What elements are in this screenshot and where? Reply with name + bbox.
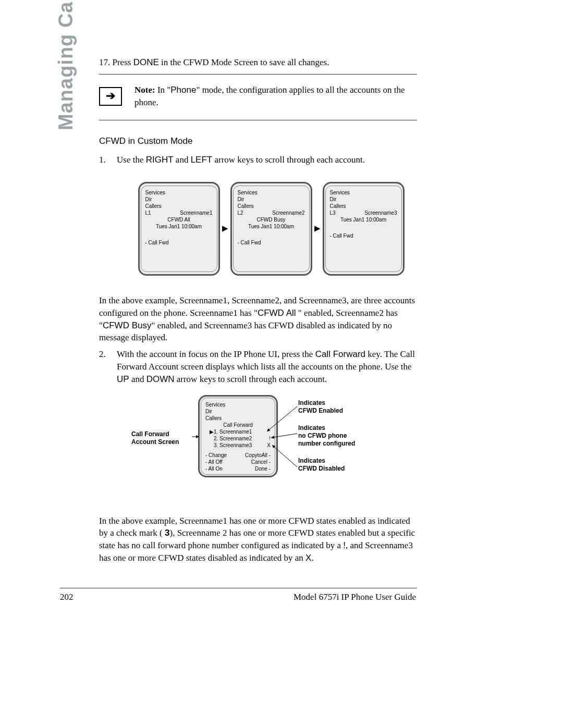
label-callers: Callers [145, 203, 213, 209]
key-call-forward: Call Forward [315, 349, 365, 359]
phone-screen-2: Services Dir Callers L2Screenname2 CFWD … [230, 182, 312, 276]
page-number: 202 [60, 592, 74, 602]
right-arrow-icon: ▶ [222, 182, 228, 276]
text: With the account in focus on the IP Phon… [117, 349, 315, 359]
term-cfwd-busy: CFWD Busy [103, 320, 152, 330]
label-line: L2 [238, 209, 243, 216]
text: In " [155, 85, 171, 95]
text: Account Screen [131, 438, 194, 446]
main-content: 17. Press DONE in the CFWD Mode Screen t… [99, 56, 417, 569]
label-no-cfwd-number: Indicates no CFWD phone number configure… [298, 424, 355, 448]
step-17: 17. Press DONE in the CFWD Mode Screen t… [99, 56, 417, 69]
label-screenname: Screenname3 [364, 209, 397, 216]
step-body: Use the RIGHT and LEFT arrow keys to scr… [117, 154, 417, 166]
phone-inner: Services Dir Callers L1Screenname1 CFWD … [141, 186, 217, 272]
label-dir: Dir [238, 196, 305, 203]
text: no CFWD phone [298, 432, 355, 440]
phone-screen-3: Services Dir Callers L3Screenname3 Tues … [323, 182, 405, 276]
text: Indicates [298, 399, 355, 407]
rule [99, 120, 417, 120]
row-screenname1: ▶1. Screenname1 [205, 428, 271, 435]
key-up: UP [117, 374, 129, 384]
label-callers: Callers [205, 415, 271, 422]
note-text: Note: In "Phone" mode, the configuration… [134, 84, 417, 109]
text: Use the [117, 155, 146, 165]
label-status: CFWD Busy [238, 216, 305, 223]
label-line: L3 [330, 209, 336, 216]
text: and [174, 155, 191, 165]
key-left: LEFT [191, 155, 213, 165]
phone-inner: Services Dir Callers L3Screenname3 Tues … [325, 186, 402, 272]
label-status: CFWD All [145, 216, 213, 223]
label-services: Services [205, 401, 271, 408]
key-done: DONE [133, 57, 159, 67]
text: number configured [298, 440, 355, 448]
label-screenname: Screenname1 [180, 209, 212, 216]
label-dir: Dir [205, 408, 271, 415]
step-number: 17. [99, 57, 110, 67]
label-dir: Dir [145, 196, 213, 203]
label-time: Tues Jan1 10:00am [145, 223, 213, 230]
screens-row: Services Dir Callers L1Screenname1 CFWD … [125, 182, 417, 276]
mark-x: X [267, 442, 271, 449]
text: arrow keys to scroll through each accoun… [212, 155, 365, 165]
mark-exclaim: ! [269, 435, 271, 442]
label-softkey: - Call Fwd [145, 239, 213, 246]
step-number: 2. [99, 348, 117, 385]
label-call-forward-account-screen: Call Forward Account Screen [131, 430, 194, 446]
paragraph-example-2: In the above example, Screenname1 has on… [99, 515, 417, 564]
softkey-cancel: Cancel - [251, 459, 271, 465]
text: CFWD Enabled [298, 407, 355, 415]
key-down: DOWN [146, 374, 175, 384]
step-1: 1. Use the RIGHT and LEFT arrow keys to … [99, 154, 417, 166]
text: Press [110, 57, 133, 67]
mark-check: 3 [165, 528, 169, 538]
label-screenname: Screenname2 [272, 209, 304, 216]
step-2: 2. With the account in focus on the IP P… [99, 348, 417, 385]
text: and [129, 374, 146, 384]
side-section-title: Managing Calls [55, 0, 77, 130]
label-services: Services [330, 189, 397, 196]
label-callers: Callers [330, 203, 397, 209]
account-screen-figure: Call Forward Account Screen Services Dir… [99, 395, 417, 494]
label-softkey: - Call Fwd [238, 239, 305, 246]
term-cfwd-all: CFWD All [258, 308, 296, 318]
label-softkey: - Call Fwd [330, 232, 397, 239]
account-phone: Services Dir Callers Call Forward ▶1. Sc… [198, 395, 278, 477]
label-line: L1 [145, 209, 151, 216]
label-cfwd-enabled: Indicates CFWD Enabled [298, 399, 355, 415]
label-callers: Callers [238, 203, 305, 209]
softkey-alloff: - All Off [205, 459, 223, 465]
label-time: Tues Jan1 10:00am [330, 216, 397, 223]
text: . [311, 553, 313, 563]
label-services: Services [145, 189, 213, 196]
rule [99, 74, 417, 75]
text: CFWD Disabled [298, 465, 355, 473]
softkey-done: Done - [255, 465, 271, 472]
key-right: RIGHT [146, 155, 174, 165]
label-time: Tues Jan1 10:00am [238, 223, 305, 230]
softkey-change: - Change [205, 452, 227, 459]
phone-screen-1: Services Dir Callers L1Screenname1 CFWD … [138, 182, 220, 276]
text: Indicates [298, 457, 355, 465]
mode-phone: Phone [170, 85, 196, 95]
right-labels: Indicates CFWD Enabled Indicates no CFWD… [298, 399, 355, 482]
page-model-title: Model 6757i IP Phone User Guide [293, 592, 416, 602]
note-row: ➔ Note: In "Phone" mode, the configurati… [99, 84, 417, 109]
softkey-allon: - All On [205, 465, 223, 472]
text: Indicates [298, 424, 355, 432]
text: Call Forward [131, 430, 194, 438]
text: in the CFWD Mode Screen to save all chan… [159, 57, 329, 67]
row-screenname2: 2. Screenname2 [214, 435, 252, 442]
row-screenname3: 3. Screenname3 [214, 442, 252, 449]
footer-rule [60, 588, 417, 588]
label-services: Services [238, 189, 305, 196]
mark-x: X [305, 553, 311, 563]
note-arrow-icon: ➔ [99, 87, 122, 106]
paragraph-example-1: In the above example, Screenname1, Scree… [99, 294, 417, 344]
subheading-cfwd-custom: CFWD in Custom Mode [99, 135, 417, 147]
note-label: Note: [134, 85, 155, 95]
right-arrow-icon: ▶ [314, 182, 321, 276]
step-number: 1. [99, 154, 117, 166]
label-call-forward-title: Call Forward [205, 422, 271, 428]
